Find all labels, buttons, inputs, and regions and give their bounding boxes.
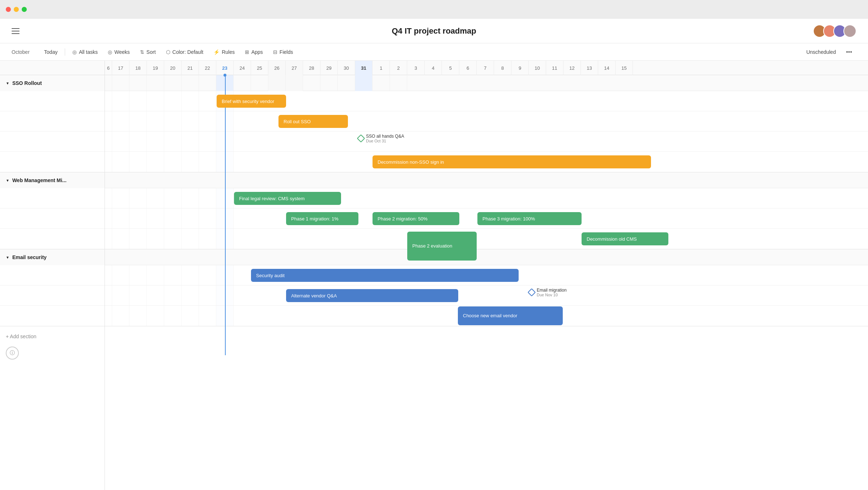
toolbar: October Today ◎ All tasks ◎ Weeks ⇅ Sort… — [0, 43, 868, 61]
milestone-sso-q-and-a[interactable]: SSO all hands Q&A Due Oct 31 — [358, 134, 404, 143]
grid-cell — [112, 111, 129, 131]
grid-cell — [147, 132, 164, 151]
grid-cell — [216, 132, 234, 151]
sidebar-header — [0, 61, 105, 75]
task-bar-phase2-eval[interactable]: Phase 2 evaluation — [407, 232, 477, 261]
task-row: Decommission non-SSO sign in — [105, 152, 868, 172]
unscheduled-label: Unscheduled — [806, 49, 836, 55]
day-col: 26 — [268, 61, 286, 75]
grid-cell — [105, 111, 112, 131]
day-col: 17 — [112, 61, 129, 75]
fields-button[interactable]: ⊟ Fields — [269, 47, 297, 57]
day-col: 2 — [390, 61, 407, 75]
unscheduled-button[interactable]: Unscheduled — [802, 47, 840, 57]
section-header-bg — [105, 75, 868, 91]
timeline-section-sso: Brief with security vendor — [105, 75, 868, 172]
grid-cell — [182, 152, 199, 172]
menu-button[interactable] — [12, 28, 20, 34]
grid-icon: ⊞ — [245, 49, 249, 55]
section-sso-rollout-header[interactable]: ▼ SSO Rollout — [0, 75, 105, 91]
grid-cell — [234, 91, 868, 111]
task-bar-final-legal-review[interactable]: Final legal review: CMS system — [234, 192, 341, 205]
today-button[interactable]: Today — [40, 47, 62, 57]
grid-cell — [407, 75, 868, 91]
info-button[interactable]: ⓘ — [6, 347, 19, 360]
more-options-button[interactable]: ••• — [842, 47, 856, 57]
maximize-button[interactable] — [22, 7, 27, 12]
task-label: Decommission non-SSO sign in — [378, 159, 444, 165]
section-email-security-header[interactable]: ▼ Email security — [0, 249, 105, 265]
weeks-button[interactable]: ◎ Weeks — [103, 47, 134, 57]
hamburger-line — [12, 31, 20, 31]
avatar — [843, 25, 856, 38]
task-bar-choose-email-vendor[interactable]: Choose new email vendor — [458, 306, 563, 325]
chevron-down-icon: ▼ — [6, 81, 9, 85]
titlebar — [0, 0, 868, 19]
minimize-button[interactable] — [14, 7, 19, 12]
task-row-sidebar — [0, 229, 105, 249]
task-bar-phase3-migration[interactable]: Phase 3 migration: 100% — [477, 212, 582, 225]
grid-cell-highlight — [355, 75, 373, 91]
milestone-label: Email migration — [537, 288, 567, 293]
add-section-button[interactable]: + Add section — [6, 334, 36, 339]
grid-cell — [147, 111, 164, 131]
task-bar-roll-out-sso[interactable]: Roll out SSO — [278, 115, 348, 128]
collaborator-avatars — [813, 25, 856, 38]
task-label: Phase 2 migration: 50% — [378, 216, 427, 222]
day-col: 6 — [459, 61, 477, 75]
grid-cell — [303, 75, 320, 91]
grid-cell — [234, 75, 251, 91]
day-col: 30 — [338, 61, 355, 75]
rules-label: Rules — [222, 49, 235, 55]
task-row-sidebar — [0, 152, 105, 172]
weeks-label: Weeks — [114, 49, 130, 55]
day-col: 22 — [199, 61, 216, 75]
color-button[interactable]: ⬡ Color: Default — [162, 47, 208, 57]
apps-button[interactable]: ⊞ Apps — [241, 47, 267, 57]
section-sso-rollout: ▼ SSO Rollout — [0, 75, 105, 172]
day-col: 24 — [234, 61, 251, 75]
task-row: Brief with security vendor — [105, 91, 868, 111]
grid-cell — [147, 91, 164, 111]
section-label: ▼ Web Management Mi... — [6, 177, 67, 183]
grid-cell — [199, 152, 216, 172]
grid-cell — [164, 75, 182, 91]
task-bar-alt-vendor-qa[interactable]: Alternate vendor Q&A — [286, 289, 458, 302]
sort-button[interactable]: ⇅ Sort — [136, 47, 160, 57]
task-bar-phase2-migration[interactable]: Phase 2 migration: 50% — [373, 212, 459, 225]
task-bar-decommission-sso[interactable]: Decommission non-SSO sign in — [373, 155, 651, 168]
task-row: SSO all hands Q&A Due Oct 31 — [105, 132, 868, 152]
calendar-icon: ◎ — [108, 49, 112, 55]
day-col: 18 — [129, 61, 147, 75]
grid-cell — [129, 132, 147, 151]
milestone-email-migration[interactable]: Email migration Due Nov 10 — [529, 288, 567, 297]
milestone-label: SSO all hands Q&A — [366, 134, 404, 139]
day-col: 21 — [182, 61, 199, 75]
task-row-sidebar — [0, 91, 105, 111]
day-col: 31 — [355, 61, 373, 75]
close-button[interactable] — [6, 7, 11, 12]
chevron-down-icon: ▼ — [6, 255, 9, 259]
grid-cell — [234, 132, 868, 151]
task-label: Phase 2 evaluation — [412, 243, 452, 249]
grid-cell-today — [216, 75, 234, 91]
task-row: Roll out SSO — [105, 111, 868, 132]
color-label: Color: Default — [173, 49, 204, 55]
task-bar-brief-security-vendor[interactable]: Brief with security vendor — [217, 95, 286, 108]
day-col: 8 — [494, 61, 511, 75]
hamburger-line — [12, 28, 20, 29]
day-col: 20 — [164, 61, 182, 75]
task-label: Roll out SSO — [284, 119, 311, 124]
rules-button[interactable]: ⚡ Rules — [209, 47, 239, 57]
task-bar-decommission-old-cms[interactable]: Decommission old CMS — [582, 232, 668, 245]
all-tasks-button[interactable]: ◎ All tasks — [68, 47, 102, 57]
task-bar-phase1-migration[interactable]: Phase 1 migration: 1% — [286, 212, 358, 225]
task-label: Phase 1 migration: 1% — [291, 216, 339, 222]
section-web-management-header[interactable]: ▼ Web Management Mi... — [0, 172, 105, 188]
add-section-timeline — [105, 326, 868, 355]
task-label: Phase 3 migration: 100% — [482, 216, 535, 222]
bolt-icon: ⚡ — [213, 49, 220, 55]
task-bar-security-audit[interactable]: Security audit — [251, 269, 519, 282]
day-col: 11 — [546, 61, 563, 75]
day-col: 4 — [425, 61, 442, 75]
